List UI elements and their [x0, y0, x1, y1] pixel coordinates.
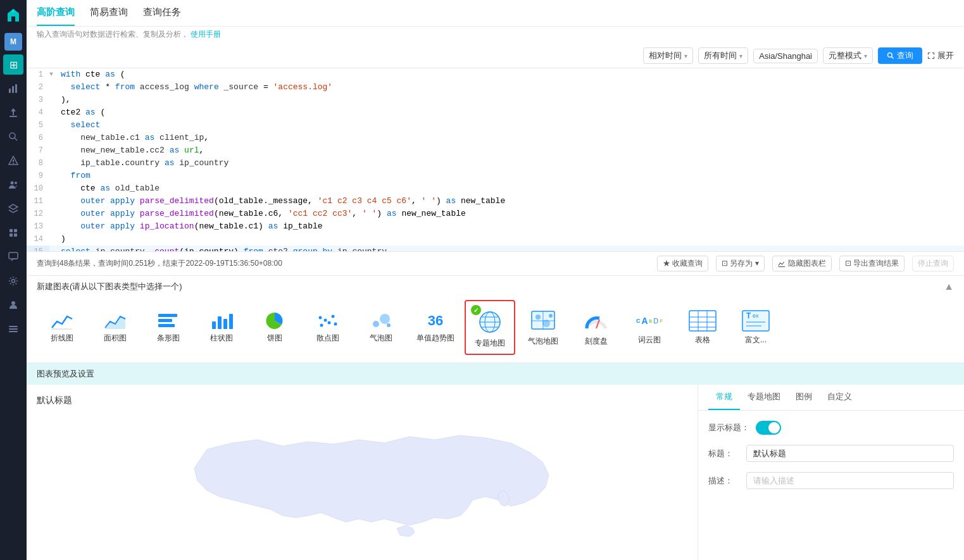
export-button[interactable]: ⊡ 导出查询结果: [839, 256, 905, 271]
svg-rect-13: [14, 233, 17, 237]
time-all-select[interactable]: 所有时间 ▾: [698, 47, 748, 64]
chart-icon[interactable]: [3, 78, 23, 99]
chart-type-scatter[interactable]: 散点图: [303, 305, 353, 350]
code-line: 9 from: [27, 170, 964, 182]
svg-point-49: [549, 314, 553, 318]
user-icon[interactable]: [3, 295, 23, 315]
chart-type-area[interactable]: 面积图: [90, 305, 141, 350]
chart-type-bar-h[interactable]: 条形图: [143, 305, 194, 350]
collect-query-button[interactable]: ★ 收藏查询: [657, 256, 708, 271]
expand-button[interactable]: 展开: [927, 50, 954, 61]
timezone-select[interactable]: Asia/Shanghai: [753, 49, 818, 63]
svg-point-4: [9, 133, 15, 139]
code-line: 8 ip_table.country as ip_country: [27, 157, 964, 170]
svg-rect-14: [9, 252, 18, 259]
sidebar: M ⊞: [0, 0, 27, 560]
app-logo[interactable]: [4, 6, 22, 24]
svg-point-37: [380, 314, 390, 324]
svg-rect-24: [158, 319, 172, 322]
code-line: 10 cte as old_table: [27, 182, 964, 195]
chart-title: 默认标题: [37, 395, 687, 406]
chart-type-richtext[interactable]: T ex 富文...: [730, 303, 781, 352]
map-container: [37, 411, 687, 550]
show-title-row: 显示标题：: [708, 421, 954, 435]
svg-rect-1: [12, 86, 14, 93]
settings-tab-general[interactable]: 常规: [708, 385, 740, 410]
svg-rect-3: [9, 116, 17, 117]
svg-rect-18: [9, 328, 18, 330]
title-input[interactable]: [746, 445, 954, 462]
svg-rect-27: [218, 316, 222, 329]
collapse-icon[interactable]: ▲: [944, 281, 954, 292]
svg-point-7: [13, 163, 14, 164]
chart-type-bar-v[interactable]: 柱状图: [196, 305, 247, 350]
svg-point-34: [334, 323, 337, 326]
hide-chart-button[interactable]: 隐藏图表栏: [772, 256, 832, 271]
code-line: 5 select: [27, 119, 964, 132]
chart-type-bubble-map[interactable]: 气泡地图: [518, 302, 568, 353]
tab-advanced-query[interactable]: 高阶查询: [37, 6, 75, 26]
chevron-down-icon: ▾: [684, 53, 687, 59]
svg-rect-28: [223, 319, 227, 329]
time-relative-select[interactable]: 相对时间 ▾: [643, 47, 693, 64]
settings-tab-custom[interactable]: 自定义: [820, 385, 860, 410]
svg-point-20: [888, 53, 892, 58]
tab-query-tasks[interactable]: 查询任务: [143, 6, 181, 26]
svg-rect-19: [9, 331, 18, 332]
chart-type-wordcloud[interactable]: C A B D F 词云图: [624, 303, 675, 352]
alert-icon[interactable]: [3, 151, 23, 171]
svg-point-48: [542, 320, 550, 327]
search-button[interactable]: 查询: [878, 47, 922, 64]
svg-point-30: [320, 324, 323, 327]
chart-type-gauge[interactable]: 刻度盘: [571, 302, 622, 353]
desc-input[interactable]: [746, 472, 954, 489]
settings-icon[interactable]: [3, 271, 23, 291]
svg-point-9: [15, 182, 17, 184]
chart-type-bubble[interactable]: 气泡图: [356, 305, 406, 350]
plugin-icon[interactable]: [3, 223, 23, 243]
svg-point-38: [387, 323, 391, 327]
show-title-toggle[interactable]: [756, 421, 781, 435]
chart-type-pie[interactable]: 饼图: [249, 305, 300, 350]
preview-section-header: 图表预览及设置: [27, 363, 964, 385]
code-line-15: 15 select ip_country, count(ip_country) …: [27, 246, 964, 252]
home-icon[interactable]: ⊞: [3, 54, 23, 75]
settings-tab-map[interactable]: 专题地图: [740, 385, 788, 410]
code-line: 14 ): [27, 233, 964, 246]
chart-type-line[interactable]: 折线图: [37, 305, 87, 350]
team-icon[interactable]: [3, 175, 23, 195]
chart-preview-area: 默认标题: [27, 385, 698, 560]
chat-icon[interactable]: [3, 247, 23, 267]
stop-query-button[interactable]: 停止查询: [912, 256, 954, 271]
title-label: 标题：: [708, 448, 740, 459]
save-as-button[interactable]: ⊡ 另存为 ▾: [716, 256, 765, 271]
svg-point-31: [324, 319, 327, 322]
svg-point-32: [328, 321, 331, 325]
code-line: 12 outer apply parse_delimited(new_table…: [27, 208, 964, 220]
settings-body: 显示标题： 标题： 描述：: [698, 411, 964, 509]
svg-rect-2: [15, 84, 17, 93]
user-avatar[interactable]: M: [4, 33, 22, 51]
main-content: 高阶查询 简易查询 查询任务 输入查询语句对数据进行检索、复制及分析， 使用手册…: [27, 0, 964, 560]
svg-line-21: [892, 57, 894, 59]
chart-type-trend[interactable]: 36 单值趋势图: [409, 305, 462, 350]
svg-rect-6: [13, 159, 14, 162]
layers-icon[interactable]: [3, 199, 23, 219]
svg-rect-29: [229, 314, 233, 329]
chart-type-table[interactable]: 表格: [677, 303, 728, 352]
desc-row: 描述：: [708, 472, 954, 489]
code-line: 7 new_new_table.cc2 as url,: [27, 144, 964, 157]
title-row: 标题：: [708, 445, 954, 462]
search-icon[interactable]: [3, 127, 23, 147]
manual-link[interactable]: 使用手册: [191, 30, 221, 39]
menu-icon[interactable]: [3, 319, 23, 339]
upload-icon[interactable]: [3, 103, 23, 123]
chart-type-map[interactable]: ✓ 专题地图: [465, 300, 515, 355]
nav-tabs: 高阶查询 简易查询 查询任务: [37, 6, 181, 26]
settings-tab-legend[interactable]: 图例: [788, 385, 820, 410]
code-editor[interactable]: 1 ▼ with cte as ( 2 select * from access…: [27, 68, 964, 252]
svg-text:ex: ex: [753, 313, 759, 319]
svg-rect-17: [9, 326, 18, 327]
mode-select[interactable]: 元整模式 ▾: [823, 47, 873, 64]
tab-simple-query[interactable]: 简易查询: [90, 6, 128, 26]
